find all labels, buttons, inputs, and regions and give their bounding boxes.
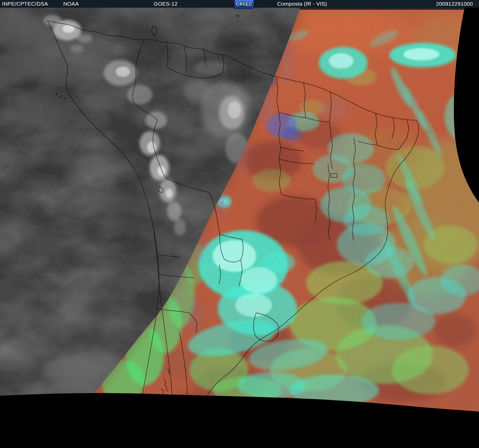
satellite-label: GOES-12 <box>154 0 178 8</box>
organization-label: INPE/CPTEC/DSA <box>2 0 48 8</box>
timestamp-label: 200912291000 <box>436 0 473 8</box>
satellite-viewer: INPE/CPTEC/DSA NOAA GOES-12 Composta (IR… <box>0 0 479 448</box>
agency-label: NOAA <box>63 0 79 8</box>
cptec-logo: CPTEC <box>235 0 254 9</box>
satellite-image <box>0 0 479 448</box>
product-label: Composta (IR - VIS) <box>277 0 327 8</box>
cptec-logo-text: CPTEC <box>235 0 254 9</box>
